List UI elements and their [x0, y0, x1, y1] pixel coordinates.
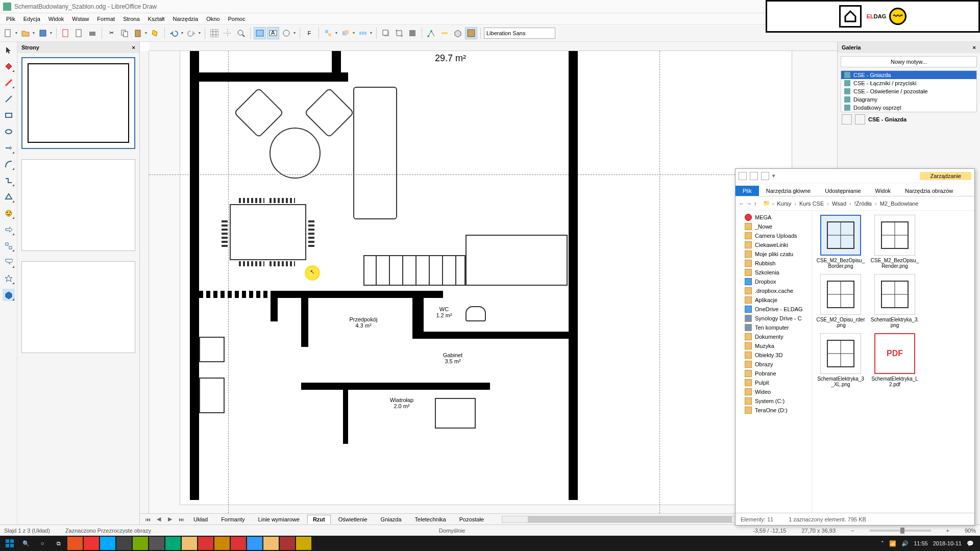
task-app-12[interactable] — [247, 537, 262, 550]
tree-node[interactable]: System (C:) — [737, 396, 811, 406]
zoom-slider[interactable] — [870, 530, 931, 532]
basic-shapes-tool[interactable] — [3, 191, 15, 203]
tray-volume-icon[interactable]: 🔊 — [901, 540, 909, 547]
tray-chevron[interactable]: ˄ — [881, 540, 884, 547]
drawing-canvas[interactable]: 29.7 m² — [149, 51, 837, 513]
shadow-button[interactable] — [380, 27, 392, 39]
menu-widok[interactable]: Widok — [44, 15, 68, 23]
explorer-tab-main[interactable]: Narzędzia główne — [759, 186, 818, 196]
menu-okno[interactable]: Okno — [202, 15, 224, 23]
fill-color-tool[interactable] — [3, 60, 15, 72]
explorer-tab-share[interactable]: Udostępnianie — [818, 186, 868, 196]
explorer-tab-plik[interactable]: Plik — [736, 186, 759, 196]
tab-rzut[interactable]: Rzut — [307, 515, 331, 524]
glue-button[interactable] — [438, 27, 451, 39]
zoom-in[interactable]: + — [946, 528, 949, 534]
explorer-tree[interactable]: MEGA_NoweCamera UploadsCiekaweLinkiMoje … — [736, 211, 812, 513]
menu-strona[interactable]: Strona — [119, 15, 143, 23]
copy-button[interactable] — [118, 27, 131, 39]
task-app-15[interactable] — [296, 537, 311, 550]
explorer-files[interactable]: CSE_M2_BezOpisu_Border.pngCSE_M2_BezOpis… — [812, 211, 974, 513]
file-item[interactable]: PDFSchematElektryka_L2.pdf — [870, 333, 919, 387]
tab-formanty[interactable]: Formanty — [215, 515, 250, 524]
distribute-button[interactable] — [357, 27, 369, 39]
theme-row-gniazda[interactable]: CSE - Gniazda — [841, 71, 976, 79]
menu-ksztalt[interactable]: Kształt — [144, 15, 169, 23]
tree-node[interactable]: Obrazy — [737, 360, 811, 369]
explorer-context-tab[interactable]: Zarządzanie — [920, 172, 971, 180]
task-app-4[interactable] — [116, 537, 132, 550]
bc-fwd[interactable]: → — [746, 201, 752, 207]
textbox-button[interactable]: A — [267, 27, 279, 39]
file-item[interactable]: CSE_M2_BezOpisu_Border.png — [816, 215, 865, 269]
page-thumb-3[interactable]: 3 — [21, 261, 135, 353]
flowchart-tool[interactable] — [3, 240, 15, 252]
zoom-button[interactable] — [235, 27, 247, 39]
task-app-2[interactable] — [84, 537, 99, 550]
horizontal-ruler[interactable] — [149, 42, 837, 51]
task-app-5[interactable] — [133, 537, 148, 550]
filter-button[interactable] — [406, 27, 419, 39]
tab-gniazda[interactable]: Gniazda — [375, 515, 407, 524]
menu-edycja[interactable]: Edycja — [19, 15, 44, 23]
menu-wstaw[interactable]: Wstaw — [68, 15, 93, 23]
helplines-button[interactable] — [222, 27, 234, 39]
tree-node[interactable]: Synology Drive - C — [737, 314, 811, 323]
file-item[interactable]: SchematElektryka_3_XL.png — [816, 333, 865, 387]
tree-node[interactable]: Dropbox — [737, 277, 811, 286]
tray-date[interactable]: 2018-10-11 — [933, 540, 962, 546]
arrow-tool[interactable] — [3, 142, 15, 154]
tab-nav-first[interactable]: ⏮ — [143, 516, 152, 522]
arrange-button[interactable] — [339, 27, 352, 39]
tab-nav-next[interactable]: ▶ — [165, 516, 175, 522]
3d-tool[interactable] — [3, 289, 15, 301]
tree-node[interactable]: Ten komputer — [737, 323, 811, 332]
tree-node[interactable]: Rubbish — [737, 259, 811, 268]
tree-node[interactable]: Obiekty 3D — [737, 350, 811, 360]
tray-time[interactable]: 11:55 — [914, 540, 928, 546]
arrow-shapes-tool[interactable] — [3, 223, 15, 236]
task-app-11[interactable] — [231, 537, 246, 550]
align-button[interactable] — [322, 27, 334, 39]
tree-node[interactable]: Szkolenia — [737, 268, 811, 277]
export-pdf-button[interactable] — [60, 27, 72, 39]
tree-node[interactable]: Moje pliki czatu — [737, 249, 811, 259]
font-select[interactable]: Liberation Sans — [484, 28, 555, 39]
shape-button[interactable] — [280, 27, 292, 39]
tree-node[interactable]: TeraOne (D:) — [737, 406, 811, 415]
tree-node[interactable]: .dropbox.cache — [737, 286, 811, 295]
tree-node[interactable]: Muzyka — [737, 341, 811, 350]
star-tool[interactable] — [3, 272, 15, 285]
gallery-close[interactable]: × — [973, 44, 976, 51]
gallery-theme-list[interactable]: CSE - Gniazda CSE - Łączniki / przyciski… — [841, 70, 977, 112]
connector-tool[interactable] — [3, 174, 15, 187]
page-thumb-1[interactable]: 1 — [21, 57, 135, 149]
explorer-breadcrumb[interactable]: ← → ↑ 📁 ›Kursy ›Kurs CSE ›Wsad ›!Źródła … — [736, 196, 974, 211]
line-tool[interactable] — [3, 93, 15, 105]
open-button[interactable] — [19, 27, 32, 39]
explorer-tab-view[interactable]: Widok — [868, 186, 898, 196]
tab-nav-prev[interactable]: ◀ — [154, 516, 163, 522]
extrude-button[interactable] — [452, 27, 464, 39]
tab-uklad[interactable]: Układ — [188, 515, 213, 524]
task-app-3[interactable] — [100, 537, 115, 550]
paste-button[interactable] — [132, 27, 144, 39]
tree-node[interactable]: Wideo — [737, 387, 811, 396]
save-button[interactable] — [37, 27, 49, 39]
grid-button[interactable] — [208, 27, 220, 39]
curve-tool[interactable] — [3, 158, 15, 170]
crop-button[interactable] — [393, 27, 405, 39]
tab-nav-last[interactable]: ⏭ — [177, 516, 186, 522]
line-color-tool[interactable] — [3, 77, 15, 89]
new-theme-button[interactable]: Nowy motyw... — [841, 56, 977, 67]
theme-row-osprzet[interactable]: Dodatkowy osprzęt — [841, 104, 976, 112]
theme-row-diagramy[interactable]: Diagramy — [841, 95, 976, 104]
tree-node[interactable]: Camera Uploads — [737, 231, 811, 240]
start-button[interactable] — [2, 537, 17, 550]
pages-panel-close[interactable]: × — [132, 44, 135, 51]
tree-node[interactable]: Pulpit — [737, 378, 811, 387]
task-explorer[interactable] — [263, 537, 279, 550]
tray-network-icon[interactable]: 📶 — [889, 540, 896, 547]
cut-button[interactable]: ✂ — [105, 27, 117, 39]
select-tool[interactable] — [3, 44, 15, 56]
